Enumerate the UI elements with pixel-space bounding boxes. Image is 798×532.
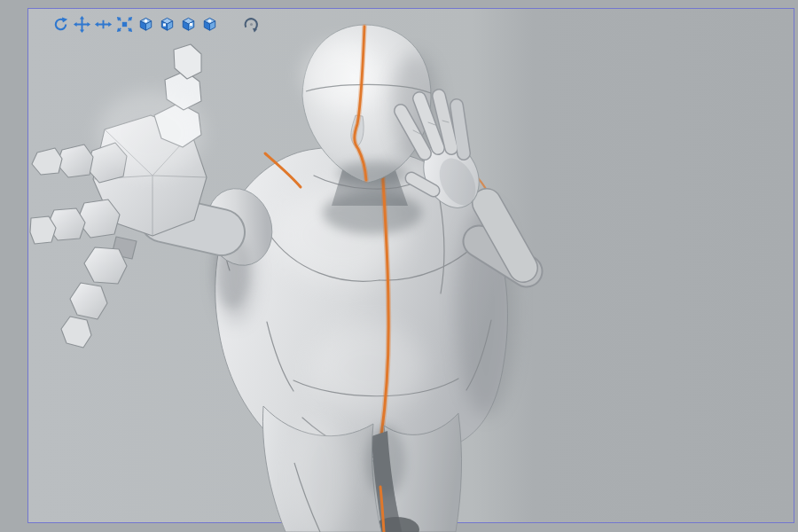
pan-icon[interactable]	[73, 15, 91, 34]
view-top-icon[interactable]	[200, 15, 219, 34]
rotation-center-icon[interactable]	[242, 15, 261, 34]
viewport-toolbar	[51, 15, 261, 34]
view-side-icon[interactable]	[179, 15, 198, 34]
zoom-fit-icon[interactable]	[115, 15, 134, 34]
view-perspective-icon[interactable]	[137, 15, 155, 34]
scene-canvas[interactable]	[0, 0, 798, 532]
orbit-icon[interactable]	[51, 15, 70, 34]
model-figure[interactable]	[30, 25, 527, 532]
toolbar-separator	[222, 24, 239, 25]
app-window	[0, 0, 798, 532]
figure-right-hand[interactable]	[30, 44, 207, 348]
zoom-icon[interactable]	[94, 15, 113, 34]
view-front-icon[interactable]	[158, 15, 176, 34]
